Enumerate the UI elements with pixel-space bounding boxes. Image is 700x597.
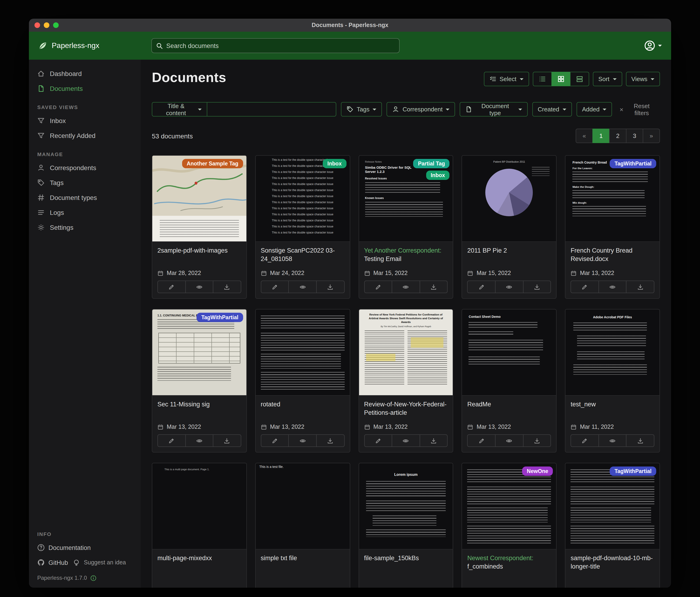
view-button[interactable] bbox=[392, 281, 420, 293]
tag-badge[interactable]: Partial Tag bbox=[413, 159, 450, 168]
sidebar-item-tags[interactable]: Tags bbox=[29, 175, 141, 190]
download-button[interactable] bbox=[213, 434, 241, 447]
view-button[interactable] bbox=[392, 434, 420, 447]
document-card[interactable]: Review of New York Federal Petitions for… bbox=[358, 309, 453, 453]
download-button[interactable] bbox=[316, 434, 344, 447]
edit-button[interactable] bbox=[467, 281, 496, 293]
document-card[interactable]: TagWithPartial 1.1. CONTINUING MEDICAL E… bbox=[152, 309, 247, 453]
reset-filters-button[interactable]: × Reset filters bbox=[617, 102, 660, 116]
document-title[interactable]: 2011 BP Pie 2 bbox=[467, 246, 551, 267]
view-button[interactable] bbox=[289, 434, 317, 447]
document-thumbnail[interactable]: Inbox This is a test for the double spac… bbox=[256, 156, 350, 242]
document-card[interactable]: This is a multi page document. Page 1. m… bbox=[152, 463, 247, 588]
sidebar-item-correspondents[interactable]: Correspondents bbox=[29, 160, 141, 175]
document-thumbnail[interactable]: NewOne bbox=[462, 463, 556, 549]
pagination-page-1[interactable]: 1 bbox=[593, 128, 610, 143]
document-title[interactable]: sample-pdf-download-10-mb-longer-title bbox=[571, 554, 654, 575]
document-card[interactable]: TagWithPartial sample-pdf-download-10-mb… bbox=[565, 463, 660, 588]
document-card[interactable]: rotated Mar 13, 2022 bbox=[255, 309, 350, 453]
edit-button[interactable] bbox=[571, 434, 599, 447]
view-button[interactable] bbox=[598, 281, 627, 293]
document-thumbnail[interactable]: TagWithPartial bbox=[566, 463, 659, 549]
sidebar-item-suggest-idea[interactable]: Suggest an idea bbox=[73, 559, 126, 566]
view-detail-button[interactable] bbox=[570, 72, 589, 86]
document-card[interactable]: TagWithPartial French Country Bread For … bbox=[565, 155, 660, 299]
document-title[interactable]: Sonstige ScanPC2022 03-24_081058 bbox=[261, 246, 345, 267]
view-button[interactable] bbox=[598, 434, 627, 447]
document-title[interactable]: multi-page-mixedxx bbox=[157, 554, 241, 575]
pagination-page-2[interactable]: 2 bbox=[609, 128, 626, 143]
document-card[interactable]: Partial Tag Inbox Release Notes Simba OD… bbox=[358, 155, 453, 299]
document-thumbnail[interactable]: Patient BP Distribution 2011 bbox=[462, 156, 556, 242]
added-filter-button[interactable]: Added bbox=[577, 102, 612, 117]
brand[interactable]: Paperless-ngx bbox=[38, 41, 99, 50]
document-thumbnail[interactable]: This is a test file. bbox=[256, 463, 350, 549]
tag-badge[interactable]: Another Sample Tag bbox=[182, 159, 243, 168]
download-button[interactable] bbox=[626, 281, 654, 293]
correspondent-filter-button[interactable]: Correspondent bbox=[387, 102, 455, 117]
document-card[interactable]: This is a test file. simple txt file bbox=[255, 463, 350, 588]
download-button[interactable] bbox=[523, 434, 551, 447]
sidebar-item-document-types[interactable]: Document types bbox=[29, 190, 141, 205]
view-button[interactable] bbox=[495, 281, 523, 293]
download-button[interactable] bbox=[420, 281, 448, 293]
sidebar-item-documentation[interactable]: Documentation bbox=[37, 544, 91, 551]
edit-button[interactable] bbox=[157, 434, 185, 447]
tag-badge[interactable]: TagWithPartial bbox=[610, 159, 656, 168]
document-card[interactable]: Another Sample Tag bbox=[152, 155, 247, 299]
select-button[interactable]: Select bbox=[484, 72, 529, 86]
pagination-page-3[interactable]: 3 bbox=[626, 128, 643, 143]
document-title[interactable]: Sec 11-Missing sig bbox=[157, 400, 241, 421]
tag-badge[interactable]: TagWithPartial bbox=[610, 467, 656, 476]
tag-badge[interactable]: Inbox bbox=[426, 171, 449, 180]
document-thumbnail[interactable]: TagWithPartial French Country Bread For … bbox=[566, 156, 659, 242]
document-card[interactable]: Contact Sheet Demo ReadMe Mar 13, 2022 bbox=[462, 309, 557, 453]
download-button[interactable] bbox=[523, 281, 551, 293]
document-title[interactable]: simple txt file bbox=[261, 554, 345, 575]
document-thumbnail[interactable]: TagWithPartial 1.1. CONTINUING MEDICAL E… bbox=[152, 309, 246, 396]
edit-button[interactable] bbox=[467, 434, 496, 447]
pagination-prev-button[interactable]: « bbox=[576, 128, 593, 143]
view-grid-button[interactable] bbox=[551, 72, 570, 86]
document-thumbnail[interactable]: Review of New York Federal Petitions for… bbox=[359, 309, 453, 396]
tag-badge[interactable]: NewOne bbox=[522, 467, 553, 476]
sidebar-item-documents[interactable]: Documents bbox=[29, 81, 141, 96]
edit-button[interactable] bbox=[157, 281, 185, 293]
download-button[interactable] bbox=[213, 281, 241, 293]
document-type-filter-button[interactable]: Document type bbox=[460, 102, 527, 117]
edit-button[interactable] bbox=[364, 281, 392, 293]
document-title[interactable]: ReadMe bbox=[467, 400, 551, 421]
sidebar-item-recently-added[interactable]: Recently Added bbox=[29, 128, 141, 143]
close-window-button[interactable] bbox=[34, 22, 40, 28]
tags-filter-button[interactable]: Tags bbox=[341, 102, 382, 117]
created-filter-button[interactable]: Created bbox=[532, 102, 572, 117]
info-icon[interactable] bbox=[90, 575, 96, 581]
zoom-window-button[interactable] bbox=[53, 22, 59, 28]
sort-button[interactable]: Sort bbox=[593, 72, 622, 86]
document-title[interactable]: test_new bbox=[571, 400, 654, 421]
document-thumbnail[interactable]: Another Sample Tag bbox=[152, 156, 246, 242]
download-button[interactable] bbox=[626, 434, 654, 447]
edit-button[interactable] bbox=[571, 281, 599, 293]
search-input[interactable] bbox=[166, 42, 395, 49]
edit-button[interactable] bbox=[261, 281, 289, 293]
download-button[interactable] bbox=[420, 434, 448, 447]
user-menu[interactable] bbox=[644, 40, 662, 51]
sidebar-item-inbox[interactable]: Inbox bbox=[29, 113, 141, 128]
tag-badge[interactable]: TagWithPartial bbox=[197, 313, 243, 322]
document-thumbnail[interactable]: Lorem ipsum bbox=[359, 463, 453, 549]
document-card[interactable]: Inbox This is a test for the double spac… bbox=[255, 155, 350, 299]
document-title[interactable]: Yet Another Correspondent: Testing Email bbox=[364, 246, 448, 267]
view-button[interactable] bbox=[289, 281, 317, 293]
document-thumbnail[interactable]: Adobe Acrobat PDF Files bbox=[566, 309, 659, 396]
sidebar-item-github[interactable]: GitHub bbox=[37, 559, 68, 566]
document-title[interactable]: Review-of-New-York-Federal-Petitions-art… bbox=[364, 400, 448, 421]
document-card[interactable]: Adobe Acrobat PDF Files test_new Mar 11,… bbox=[565, 309, 660, 453]
tag-badge[interactable]: Inbox bbox=[323, 159, 346, 168]
view-list-button[interactable] bbox=[532, 72, 552, 86]
sidebar-item-logs[interactable]: Logs bbox=[29, 205, 141, 220]
document-card[interactable]: Lorem ipsum file-sample_150kBs bbox=[358, 463, 453, 588]
title-content-filter-button[interactable]: Title & content bbox=[152, 102, 207, 117]
sidebar-item-settings[interactable]: Settings bbox=[29, 220, 141, 235]
view-button[interactable] bbox=[185, 434, 213, 447]
